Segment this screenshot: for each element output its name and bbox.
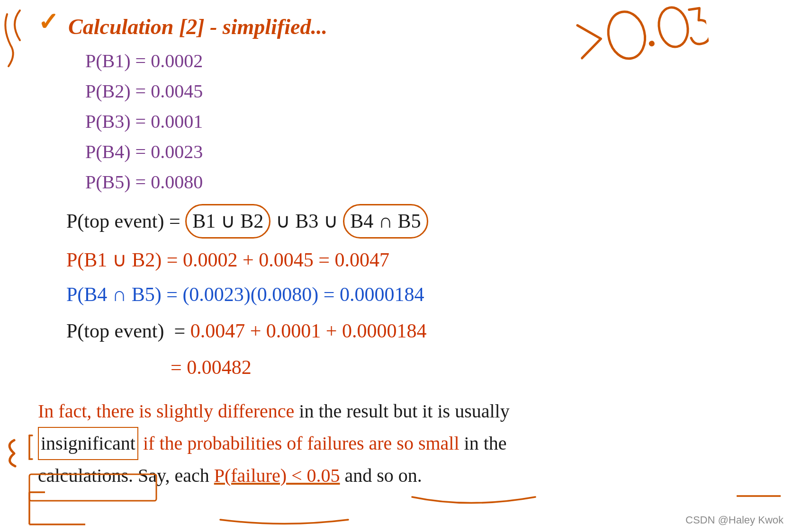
para-red-2: if the probabilities of failures are so … [143,433,460,454]
ptop-values: 0.0047 + 0.0001 + 0.0000184 [190,320,427,342]
para-black-3: calculations. [38,465,133,486]
prob-b2: P(B2) = 0.0045 [85,78,765,105]
prob-b4: P(B4) = 0.0023 [85,139,765,165]
checkmark-icon: ✓ [38,10,59,35]
probability-list: P(B1) = 0.0002 P(B2) = 0.0045 P(B3) = 0.… [85,48,765,195]
svg-point-2 [656,5,691,49]
prob-b5: P(B5) = 0.0080 [85,169,765,195]
main-equation: P(top event) = B1 ∪ B2 ∪ B3 ∪ B4 ∩ B5 [66,204,765,239]
para-red-1: In fact, there is slightly difference [38,400,294,422]
b4-b5-circle: B4 ∩ B5 [343,204,428,239]
paragraph: In fact, there is slightly difference in… [38,396,765,491]
watermark: CSDN @Haley Kwok [685,514,784,526]
blue-equation: P(B4 ∩ B5) = (0.0023)(0.0080) = 0.000018… [66,280,765,310]
para-boxed: insignificant [38,427,138,460]
svg-point-1 [649,40,655,47]
para-red-3: P(failure) < 0.05 [214,465,340,486]
ptop-result: = 0.00482 [171,353,765,382]
prob-b3: P(B3) = 0.0001 [85,108,765,135]
slide-title: Calculation [2] - simplified... [68,14,327,39]
red-equation: P(B1 ∪ B2) = 0.0002 + 0.0045 = 0.0047 [66,245,765,275]
ptop-equation: P(top event) = 0.0047 + 0.0001 + 0.00001… [66,316,765,346]
svg-point-0 [604,8,650,62]
b1-b2-circle: B1 ∪ B2 [185,204,270,239]
